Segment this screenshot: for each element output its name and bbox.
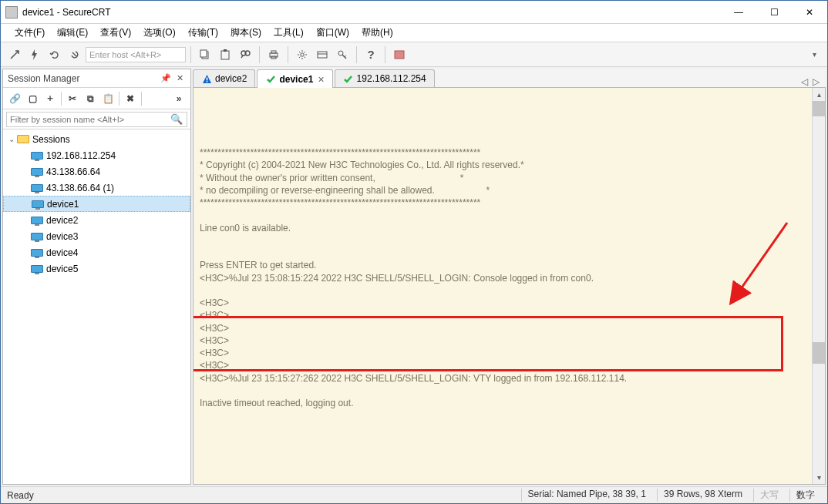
scroll-thumb[interactable] — [813, 101, 825, 116]
menu-help[interactable]: 帮助(H) — [355, 24, 399, 42]
main-toolbar: Enter host <Alt+R> ? ▾ — [1, 42, 827, 67]
tab-prev-icon[interactable]: ◁ — [801, 76, 808, 87]
monitor-icon — [31, 265, 43, 273]
menu-edit[interactable]: 编辑(E) — [51, 24, 94, 42]
copy-icon[interactable] — [196, 45, 214, 64]
delete-icon[interactable]: ✖ — [122, 90, 139, 107]
terminal[interactable]: ****************************************… — [193, 88, 826, 485]
settings-icon[interactable] — [293, 45, 311, 64]
tree-root-sessions[interactable]: ⌄ Sessions — [3, 131, 190, 147]
svg-rect-11 — [318, 52, 327, 58]
tab-label: device2 — [215, 73, 247, 84]
close-button[interactable]: ✕ — [792, 1, 827, 23]
extra-icon[interactable] — [390, 45, 409, 64]
find-icon[interactable] — [236, 45, 254, 64]
disconnect-icon[interactable] — [66, 45, 84, 64]
monitor-icon — [31, 152, 43, 160]
minimize-button[interactable]: — — [721, 1, 756, 23]
check-icon — [343, 73, 354, 84]
svg-rect-8 — [271, 51, 276, 53]
print-icon[interactable] — [264, 45, 283, 64]
scroll-thumb[interactable] — [813, 342, 825, 364]
session-label: device4 — [46, 247, 78, 258]
monitor-icon — [31, 217, 43, 224]
warning-icon — [201, 73, 212, 84]
session-manager-title: Session Manager — [8, 73, 158, 84]
session-item[interactable]: 43.138.66.64 (1) — [3, 180, 190, 196]
session-item[interactable]: 43.138.66.64 — [3, 163, 190, 180]
paste-icon[interactable] — [216, 45, 234, 64]
cut-icon[interactable]: ✂ — [64, 90, 81, 107]
session-filter-input[interactable] — [6, 112, 187, 127]
svg-line-6 — [241, 55, 243, 58]
menu-transfer[interactable]: 传输(T) — [182, 24, 224, 42]
copy-session-icon[interactable]: ⧉ — [82, 90, 99, 107]
tab-device2[interactable]: device2 — [193, 69, 255, 87]
svg-rect-18 — [206, 81, 207, 82]
tab-label: device1 — [279, 74, 313, 85]
tab-ip[interactable]: 192.168.112.254 — [335, 69, 435, 87]
svg-rect-17 — [206, 77, 207, 80]
new-session-icon[interactable]: ▢ — [24, 90, 41, 107]
key-icon[interactable] — [333, 45, 352, 64]
monitor-icon — [31, 249, 43, 257]
connect-icon[interactable] — [5, 45, 24, 64]
session-item[interactable]: device5 — [3, 260, 190, 277]
menu-view[interactable]: 查看(V) — [94, 24, 137, 42]
menu-options[interactable]: 选项(O) — [137, 24, 181, 42]
tab-device1[interactable]: device1 × — [257, 69, 332, 88]
status-dimensions: 39 Rows, 98 Xterm — [657, 489, 749, 502]
status-serial: Serial: Named Pipe, 38 39, 1 — [521, 489, 652, 502]
session-label: device5 — [46, 264, 78, 274]
scroll-up-icon[interactable]: ▴ — [813, 88, 825, 101]
menu-tools[interactable]: 工具(L) — [268, 24, 310, 42]
session-toolbar: 🔗 ▢ ＋ ✂ ⧉ 📋 ✖ » — [3, 88, 190, 109]
session-manager-panel: Session Manager 📌 ✕ 🔗 ▢ ＋ ✂ ⧉ 📋 ✖ » 🔍 ⌄ … — [2, 69, 191, 485]
title-bar: device1 - SecureCRT — ☐ ✕ — [1, 1, 827, 24]
session-item-selected[interactable]: device1 — [3, 196, 190, 212]
folder-icon — [17, 135, 29, 143]
help-icon[interactable]: ? — [362, 45, 380, 64]
quick-connect-icon[interactable] — [25, 45, 44, 64]
reconnect-icon[interactable] — [45, 45, 64, 64]
status-ready: Ready — [7, 490, 34, 501]
tab-close-icon[interactable]: × — [318, 73, 324, 86]
menu-script[interactable]: 脚本(S) — [224, 24, 268, 42]
chevron-right-icon[interactable]: » — [170, 90, 187, 107]
status-caps: 大写 — [753, 489, 785, 502]
tree-root-label: Sessions — [32, 134, 70, 145]
svg-point-10 — [301, 52, 304, 55]
status-num: 数字 — [789, 489, 821, 502]
vertical-scrollbar[interactable]: ▴ ▾ — [812, 88, 825, 484]
session-item[interactable]: device4 — [3, 244, 190, 260]
session-item[interactable]: device3 — [3, 228, 190, 244]
monitor-icon — [31, 233, 43, 240]
panel-close-icon[interactable]: ✕ — [173, 72, 186, 85]
tab-next-icon[interactable]: ▷ — [813, 76, 820, 87]
menu-window[interactable]: 窗口(W) — [310, 24, 355, 42]
link-icon[interactable]: 🔗 — [6, 90, 23, 107]
session-options-icon[interactable] — [313, 45, 332, 64]
tab-label: 192.168.112.254 — [357, 73, 426, 84]
paste-session-icon[interactable]: 📋 — [99, 90, 116, 107]
svg-rect-1 — [200, 50, 207, 57]
maximize-button[interactable]: ☐ — [756, 1, 792, 23]
add-icon[interactable]: ＋ — [42, 90, 59, 107]
window-title: device1 - SecureCRT — [22, 7, 721, 18]
toolbar-overflow[interactable]: ▾ — [806, 50, 823, 59]
app-icon — [5, 6, 18, 18]
session-item[interactable]: device2 — [3, 212, 190, 228]
pin-icon[interactable]: 📌 — [160, 72, 172, 85]
host-input[interactable]: Enter host <Alt+R> — [86, 47, 186, 62]
monitor-icon — [31, 168, 43, 176]
monitor-icon — [31, 184, 43, 192]
session-item[interactable]: 192.168.112.254 — [3, 147, 190, 163]
annotation-box — [193, 316, 783, 371]
search-icon[interactable]: 🔍 — [170, 113, 183, 125]
status-bar: Ready Serial: Named Pipe, 38 39, 1 39 Ro… — [1, 486, 827, 503]
scroll-down-icon[interactable]: ▾ — [813, 471, 825, 484]
session-label: device1 — [47, 199, 79, 210]
menu-file[interactable]: 文件(F) — [8, 24, 51, 42]
session-tree[interactable]: ⌄ Sessions 192.168.112.254 43.138.66.64 … — [3, 129, 190, 484]
session-label: device2 — [46, 215, 78, 226]
